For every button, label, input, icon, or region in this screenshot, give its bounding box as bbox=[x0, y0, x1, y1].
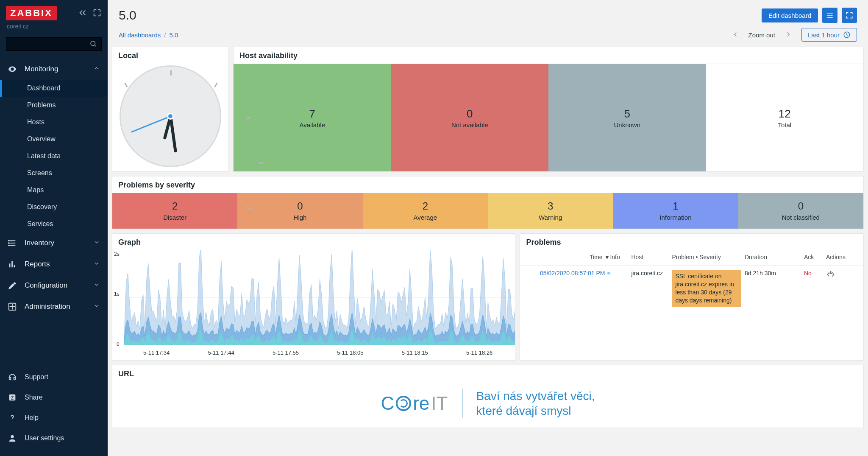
col-actions[interactable]: Actions bbox=[826, 254, 858, 260]
administration-icon bbox=[8, 302, 17, 311]
time-prev-icon[interactable] bbox=[732, 31, 739, 39]
kiosk-toggle-icon[interactable] bbox=[92, 8, 102, 19]
breadcrumb-sep: / bbox=[164, 31, 166, 39]
severity-not-classified[interactable]: 0Not classified bbox=[738, 193, 863, 229]
problem-message[interactable]: SSL certificate on jira.coreit.cz expire… bbox=[672, 270, 741, 307]
nav-section-inventory[interactable]: Inventory bbox=[0, 232, 108, 254]
chevron-down-icon bbox=[93, 281, 100, 290]
problem-time[interactable]: 05/02/2020 08:57:01 PM bbox=[525, 270, 610, 277]
problem-duration: 8d 21h 30m bbox=[745, 270, 804, 277]
widget-clock: Local bbox=[112, 47, 229, 172]
coreit-logo[interactable]: C re IT bbox=[381, 393, 448, 414]
graph-ytick: 2s bbox=[114, 251, 120, 257]
nav-item-screens[interactable]: Screens bbox=[0, 165, 108, 182]
nav-section-reports[interactable]: Reports bbox=[0, 254, 108, 275]
col-problem[interactable]: Problem • Severity bbox=[672, 254, 745, 260]
time-next-icon[interactable] bbox=[785, 31, 792, 39]
site-host: coreit.cz bbox=[0, 23, 108, 34]
availability-total[interactable]: 12Total bbox=[706, 64, 864, 171]
svg-text:Z: Z bbox=[11, 395, 14, 400]
problem-ack[interactable]: No bbox=[804, 270, 826, 277]
problem-host[interactable]: jira.coreit.cz bbox=[631, 270, 672, 277]
nav-item-latest-data[interactable]: Latest data bbox=[0, 148, 108, 165]
search-input[interactable] bbox=[11, 41, 89, 48]
widget-problems-by-severity: Problems by severity 2Disaster 0High 2Av… bbox=[112, 176, 864, 229]
breadcrumb-root[interactable]: All dashboards bbox=[119, 31, 161, 39]
severity-average[interactable]: 2Average bbox=[363, 193, 488, 229]
nav-item-discovery[interactable]: Discovery bbox=[0, 199, 108, 215]
availability-available[interactable]: 7Available bbox=[234, 64, 391, 171]
col-time[interactable]: Time ▼ bbox=[525, 254, 610, 260]
severity-high[interactable]: 0High bbox=[237, 193, 362, 229]
graph-xtick: 5-11 17:55 bbox=[273, 350, 299, 356]
clock-icon bbox=[843, 31, 851, 39]
svg-text:1: 1 bbox=[830, 271, 832, 275]
time-range-picker[interactable]: Last 1 hour bbox=[801, 28, 857, 42]
graph-xtick: 5-11 17:34 bbox=[143, 350, 170, 356]
widget-severity-title: Problems by severity bbox=[112, 176, 863, 193]
severity-warning[interactable]: 3Warning bbox=[488, 193, 613, 229]
time-range-label: Last 1 hour bbox=[808, 31, 840, 39]
nav-item-dashboard[interactable]: Dashboard bbox=[0, 80, 108, 97]
widget-availability-title: Host availability bbox=[233, 47, 864, 64]
sidebar-search[interactable] bbox=[6, 37, 102, 51]
coreit-slogan: Baví nás vytvářet věci, které dávají smy… bbox=[462, 389, 595, 418]
monitoring-icon bbox=[8, 64, 17, 74]
problem-row: 05/02/2020 08:57:01 PM jira.coreit.cz SS… bbox=[520, 265, 863, 311]
graph-xtick: 5-11 18:26 bbox=[466, 350, 492, 356]
user-settings-icon bbox=[8, 434, 17, 443]
chevron-down-icon bbox=[93, 260, 100, 269]
svg-point-1 bbox=[8, 241, 9, 241]
edit-dashboard-button[interactable]: Edit dashboard bbox=[762, 8, 818, 22]
problem-actions-icon[interactable]: 1 bbox=[826, 270, 858, 280]
analog-clock bbox=[120, 65, 221, 167]
availability-unknown[interactable]: 5Unknown bbox=[548, 64, 706, 171]
availability-not-available[interactable]: 0Not available bbox=[391, 64, 549, 171]
collapse-sidebar-icon[interactable] bbox=[78, 8, 87, 19]
nav-item-problems[interactable]: Problems bbox=[0, 97, 108, 114]
nav-item-services[interactable]: Services bbox=[0, 215, 108, 232]
hamburger-menu-button[interactable] bbox=[822, 8, 837, 23]
svg-point-0 bbox=[91, 41, 95, 46]
svg-point-7 bbox=[11, 435, 14, 438]
svg-point-3 bbox=[8, 245, 9, 246]
nav-section-administration[interactable]: Administration bbox=[0, 296, 108, 317]
chevron-up-icon bbox=[93, 65, 100, 74]
nav-item-overview[interactable]: Overview bbox=[0, 131, 108, 148]
nav-section-monitoring[interactable]: Monitoring bbox=[0, 59, 108, 80]
graph-ytick: 0 bbox=[117, 341, 120, 347]
widget-problems: Problems Time ▼ Info Host Problem • Seve… bbox=[520, 233, 864, 361]
configuration-icon bbox=[8, 281, 17, 290]
widget-clock-title: Local bbox=[112, 47, 228, 64]
col-host[interactable]: Host bbox=[631, 254, 672, 260]
col-info[interactable]: Info bbox=[610, 254, 631, 260]
breadcrumb-current[interactable]: 5.0 bbox=[169, 31, 178, 39]
search-icon[interactable] bbox=[89, 40, 97, 49]
page-title: 5.0 bbox=[119, 8, 136, 22]
zoom-out-button[interactable]: Zoom out bbox=[748, 31, 775, 39]
nav-item-hosts[interactable]: Hosts bbox=[0, 114, 108, 131]
widget-problems-title: Problems bbox=[520, 234, 863, 250]
support-icon bbox=[8, 372, 17, 382]
coreit-o-icon bbox=[396, 396, 411, 411]
footer-support[interactable]: Support bbox=[0, 367, 108, 387]
widget-graph-title: Graph bbox=[112, 234, 515, 250]
sidebar: ZABBIX coreit.cz Monitoring DashboardPro… bbox=[0, 0, 108, 456]
graph-xtick: 5-11 18:15 bbox=[402, 350, 428, 356]
col-duration[interactable]: Duration bbox=[745, 254, 804, 260]
footer-help[interactable]: Help bbox=[0, 408, 108, 428]
severity-disaster[interactable]: 2Disaster bbox=[112, 193, 237, 229]
severity-information[interactable]: 1Information bbox=[613, 193, 738, 229]
footer-share[interactable]: Z Share bbox=[0, 387, 108, 408]
inventory-icon bbox=[8, 238, 17, 248]
logo[interactable]: ZABBIX bbox=[6, 6, 57, 20]
footer-user-settings[interactable]: User settings bbox=[0, 428, 108, 448]
main: 5.0 Edit dashboard All dashboards / 5.0 … bbox=[108, 0, 868, 456]
fullscreen-button[interactable] bbox=[842, 8, 857, 23]
widget-graph: Graph 2s 1s 0 5-11 17:345-11 17:445-11 1… bbox=[112, 233, 515, 361]
svg-point-2 bbox=[8, 243, 9, 243]
share-icon: Z bbox=[8, 393, 17, 402]
nav-item-maps[interactable]: Maps bbox=[0, 182, 108, 199]
col-ack[interactable]: Ack bbox=[804, 254, 826, 260]
nav-section-configuration[interactable]: Configuration bbox=[0, 275, 108, 296]
